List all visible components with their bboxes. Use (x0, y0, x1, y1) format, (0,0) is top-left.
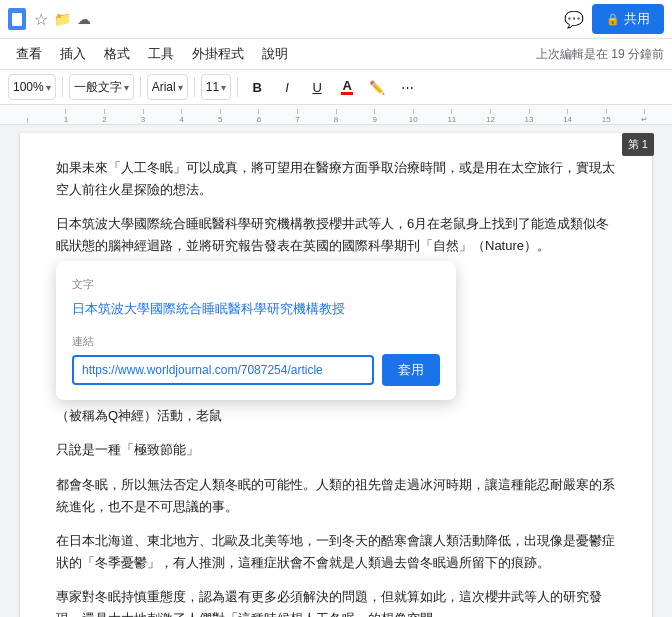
font-group: Arial ▾ (147, 74, 188, 100)
more-button[interactable]: ⋯ (394, 74, 420, 100)
document-page[interactable]: 如果未來「人工冬眠」可以成真，將可望用在醫療方面爭取治療時間，或是用在太空旅行，… (20, 133, 652, 617)
zoom-select[interactable]: 100% ▾ (8, 74, 56, 100)
menu-bar: 查看 插入 格式 工具 外掛程式 說明 上次編輯是在 19 分鐘前 (0, 39, 672, 70)
paragraph-2: 日本筑波大學國際統合睡眠醫科學研究機構教授櫻井武等人，6月在老鼠身上找到了能造成… (56, 213, 616, 257)
page-badge: 第 1 (622, 133, 654, 156)
document-area[interactable]: 如果未來「人工冬眠」可以成真，將可望用在醫療方面爭取治療時間，或是用在太空旅行，… (0, 125, 672, 617)
share-button[interactable]: 🔒 共用 (592, 4, 664, 34)
lock-icon: 🔒 (606, 13, 620, 26)
ruler-mark-14: 14 (548, 109, 587, 124)
last-edit-text: 上次編輯是在 19 分鐘前 (536, 46, 664, 63)
comment-icon[interactable]: 💬 (564, 10, 584, 29)
ruler-inner: 1 2 3 4 5 6 7 8 9 10 11 12 13 14 15 ↵ (8, 105, 664, 124)
ruler-mark-16: ↵ (626, 109, 665, 124)
pen-icon: ✏️ (369, 80, 385, 95)
paragraph-5: 都會冬眠，所以無法否定人類冬眠的可能性。人類的祖先曾走過冰河時期，讓這種能忍耐嚴… (56, 474, 616, 518)
italic-button[interactable]: I (274, 74, 300, 100)
popup-apply-button[interactable]: 套用 (382, 354, 440, 386)
ruler-mark-12: 12 (471, 109, 510, 124)
underline-button[interactable]: U (304, 74, 330, 100)
cloud-icon[interactable]: ☁ (77, 11, 91, 27)
ruler-mark-0 (8, 118, 47, 124)
share-label: 共用 (624, 10, 650, 28)
ruler-mark-9: 9 (355, 109, 394, 124)
ruler-mark-15: 15 (587, 109, 626, 124)
top-icons: ☆ 📁 ☁ (34, 10, 91, 29)
separator-2 (140, 77, 141, 97)
highlight-button[interactable]: ✏️ (364, 74, 390, 100)
ruler: 1 2 3 4 5 6 7 8 9 10 11 12 13 14 15 ↵ (0, 105, 672, 125)
paragraph-1: 如果未來「人工冬眠」可以成真，將可望用在醫療方面爭取治療時間，或是用在太空旅行，… (56, 157, 616, 201)
font-color-button[interactable]: A (334, 74, 360, 100)
ruler-mark-3: 3 (124, 109, 163, 124)
star-icon[interactable]: ☆ (34, 10, 48, 29)
toolbar: 100% ▾ 一般文字 ▾ Arial ▾ 11 ▾ B I U A ✏️ ⋯ (0, 70, 672, 105)
separator-4 (237, 77, 238, 97)
size-select[interactable]: 11 ▾ (201, 74, 231, 100)
font-chevron: ▾ (178, 82, 183, 93)
paragraph-3: （被稱為Q神經）活動，老鼠 (56, 405, 616, 427)
popup-text-label: 文字 (72, 275, 440, 294)
ruler-mark-7: 7 (278, 109, 317, 124)
color-a-icon: A (341, 79, 353, 95)
font-select[interactable]: Arial ▾ (147, 74, 188, 100)
style-chevron: ▾ (124, 82, 129, 93)
menu-addons[interactable]: 外掛程式 (184, 41, 252, 67)
paragraph-6: 在日本北海道、東北地方、北歐及北美等地，一到冬天的酷寒會讓人類活動降低，出現像是… (56, 530, 616, 574)
ruler-mark-2: 2 (85, 109, 124, 124)
popup-link-row: 套用 (72, 354, 440, 386)
zoom-chevron: ▾ (46, 82, 51, 93)
size-chevron: ▾ (221, 82, 226, 93)
ruler-mark-8: 8 (317, 109, 356, 124)
menu-format[interactable]: 格式 (96, 41, 138, 67)
ruler-mark-10: 10 (394, 109, 433, 124)
popup-text-value: 日本筑波大學國際統合睡眠醫科學研究機構教授 (72, 298, 440, 320)
folder-icon[interactable]: 📁 (54, 11, 71, 27)
ruler-mark-13: 13 (510, 109, 549, 124)
paragraph-4: 只說是一種「極致節能」 (56, 439, 616, 461)
ruler-mark-6: 6 (240, 109, 279, 124)
style-select[interactable]: 一般文字 ▾ (69, 74, 134, 100)
separator-1 (62, 77, 63, 97)
link-popup: 文字 日本筑波大學國際統合睡眠醫科學研究機構教授 連結 套用 (56, 261, 456, 400)
ruler-mark-1: 1 (47, 109, 86, 124)
ruler-mark-4: 4 (162, 109, 201, 124)
menu-insert[interactable]: 插入 (52, 41, 94, 67)
paragraph-7: 專家對冬眠持慎重態度，認為還有更多必須解決的問題，但就算如此，這次櫻井武等人的研… (56, 586, 616, 617)
ruler-mark-11: 11 (433, 109, 472, 124)
zoom-group: 100% ▾ (8, 74, 56, 100)
bold-button[interactable]: B (244, 74, 270, 100)
menu-help[interactable]: 說明 (254, 41, 296, 67)
style-group: 一般文字 ▾ (69, 74, 134, 100)
menu-view[interactable]: 查看 (8, 41, 50, 67)
top-bar: ☆ 📁 ☁ 💬 🔒 共用 (0, 0, 672, 39)
top-actions: 💬 🔒 共用 (564, 4, 664, 34)
popup-link-label: 連結 (72, 332, 440, 351)
color-underline (341, 92, 353, 95)
doc-icon (8, 8, 26, 30)
ruler-mark-5: 5 (201, 109, 240, 124)
menu-tools[interactable]: 工具 (140, 41, 182, 67)
size-group: 11 ▾ (201, 74, 231, 100)
separator-3 (194, 77, 195, 97)
popup-link-input[interactable] (72, 355, 374, 385)
